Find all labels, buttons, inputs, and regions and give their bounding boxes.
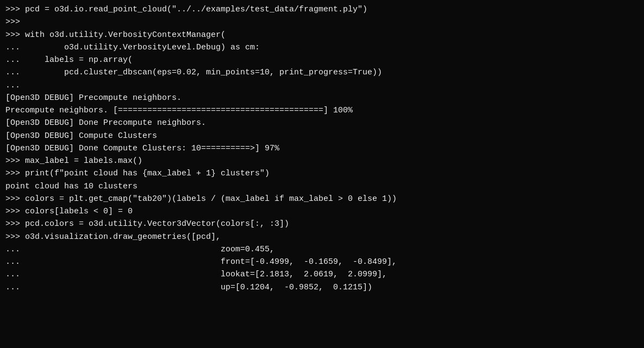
terminal-line-8: Precompute neighbors. [=================… (5, 104, 639, 117)
terminal-window[interactable]: >>> pcd = o3d.io.read_point_cloud("../..… (0, 0, 644, 348)
terminal-line-2: >>> with o3d.utility.VerbosityContextMan… (5, 29, 639, 41)
terminal-line-3: ... o3d.utility.VerbosityLevel.Debug) as… (5, 41, 639, 54)
terminal-line-12: >>> max_label = labels.max() (5, 155, 639, 167)
terminal-line-5: ... pcd.cluster_dbscan(eps=0.02, min_poi… (5, 66, 639, 79)
terminal-line-6: ... (5, 79, 639, 92)
terminal-line-20: ... front=[-0.4999, -0.1659, -0.8499], (5, 256, 639, 268)
terminal-line-9: [Open3D DEBUG] Done Precompute neighbors… (5, 117, 639, 129)
terminal-line-4: ... labels = np.array( (5, 54, 639, 66)
terminal-line-16: >>> colors[labels < 0] = 0 (5, 205, 639, 218)
terminal-line-21: ... lookat=[2.1813, 2.0619, 2.0999], (5, 268, 639, 281)
terminal-line-17: >>> pcd.colors = o3d.utility.Vector3dVec… (5, 218, 639, 230)
terminal-line-15: >>> colors = plt.get_cmap("tab20")(label… (5, 193, 639, 205)
terminal-line-22: ... up=[0.1204, -0.9852, 0.1215]) (5, 281, 639, 294)
terminal-line-1: >>> (5, 16, 639, 28)
terminal-line-11: [Open3D DEBUG] Done Compute Clusters: 10… (5, 142, 639, 155)
terminal-line-0: >>> pcd = o3d.io.read_point_cloud("../..… (5, 3, 639, 16)
terminal-line-13: >>> print(f"point cloud has {max_label +… (5, 167, 639, 180)
terminal-line-10: [Open3D DEBUG] Compute Clusters (5, 130, 639, 142)
terminal-line-18: >>> o3d.visualization.draw_geometries([p… (5, 231, 639, 243)
terminal-line-19: ... zoom=0.455, (5, 243, 639, 256)
terminal-line-7: [Open3D DEBUG] Precompute neighbors. (5, 92, 639, 104)
terminal-line-14: point cloud has 10 clusters (5, 180, 639, 193)
